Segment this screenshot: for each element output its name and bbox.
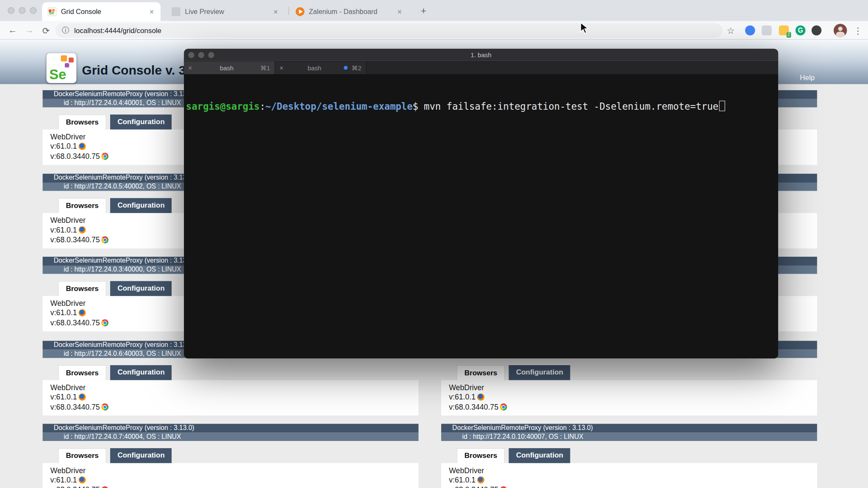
terminal-minimize-button[interactable] [198,52,204,58]
tab-browsers[interactable]: Browsers [457,448,505,463]
chrome-icon [101,403,108,410]
chrome-icon [500,403,507,410]
extension-badge: 2 [786,32,791,38]
browser-tab-zalenium-dashboard[interactable]: Zalenium - Dashboard × [290,2,409,21]
zalenium-favicon-icon [295,7,304,16]
terminal-tab-shortcut: ⌘2 [352,64,362,72]
terminal-close-button[interactable] [188,52,194,58]
reload-icon[interactable]: ⟳ [40,24,52,36]
close-tab-icon[interactable]: × [188,64,192,72]
selenium-logo-text: Se [49,67,66,83]
chrome-version: v:68.0.3440.75 [50,235,100,244]
firefox-icon [477,394,484,401]
webdriver-label: WebDriver [449,383,809,392]
tab-configuration[interactable]: Configuration [110,114,172,129]
typed-command: mvn failsafe:integration-test -Dselenium… [424,101,718,112]
tab-close-icon[interactable]: × [396,8,403,15]
selenium-logo: Se [47,53,77,83]
tab-browsers[interactable]: Browsers [58,448,106,463]
profile-avatar[interactable] [834,24,847,37]
terminal-window-controls [188,52,214,58]
forward-icon[interactable]: → [23,24,36,36]
tab-close-icon[interactable]: × [272,8,279,15]
chrome-version: v:68.0.3440.75 [449,402,498,412]
logo-square-orange [61,55,67,61]
tab-configuration[interactable]: Configuration [110,365,172,380]
firefox-version: v:61.0.1 [50,392,77,402]
address-bar[interactable]: ⓘ localhost:4444/grid/console [56,23,723,38]
browser-menu-icon[interactable]: ⋮ [852,25,863,36]
prompt-dollar: $ [413,101,418,112]
browsers-panel: WebDriver v:61.0.1 v:68.0.3440.75 [43,380,419,416]
tab-close-icon[interactable]: × [148,8,155,15]
tab-browsers[interactable]: Browsers [58,198,106,213]
firefox-version: v:61.0.1 [449,392,476,402]
logo-square-purple [65,63,69,67]
tab-browsers[interactable]: Browsers [58,114,106,129]
proxy-header: DockerSeleniumRemoteProxy (version : 3.1… [43,424,419,432]
browser-tab-grid-console[interactable]: Grid Console × [42,2,161,21]
tab-browsers[interactable]: Browsers [457,365,505,380]
terminal-tab-1[interactable]: × bash ⌘1 [184,61,275,74]
chrome-version: v:68.0.3440.75 [50,151,100,161]
close-tab-icon[interactable]: × [280,64,284,72]
terminal-window: 1. bash × bash ⌘1 × bash ⌘2 sargis@sargi… [184,49,779,358]
browsers-panel: WebDriver v:61.0.1 v:68.0.3440.75 [43,463,419,488]
extension-icon-grammarly[interactable]: G [796,25,806,36]
tab-separator [288,7,289,15]
window-minimize-button[interactable] [19,7,25,14]
mouse-cursor [580,22,589,34]
tab-configuration[interactable]: Configuration [509,365,570,380]
browser-tab-live-preview[interactable]: Live Preview × [166,2,285,21]
tab-browsers[interactable]: Browsers [58,281,106,296]
tab-configuration[interactable]: Configuration [509,448,570,463]
chrome-version: v:68.0.3440.75 [449,485,498,488]
terminal-titlebar[interactable]: 1. bash [184,49,779,61]
tab-title: Zalenium - Dashboard [309,8,396,15]
chrome-icon [500,486,507,488]
window-zoom-button[interactable] [30,7,37,14]
tab-configuration[interactable]: Configuration [110,448,172,463]
chrome-version: v:68.0.3440.75 [50,485,100,488]
back-icon[interactable]: ← [7,24,19,36]
tab-configuration[interactable]: Configuration [110,198,172,213]
window-controls [8,7,36,14]
terminal-tab-shortcut: ⌘1 [260,64,270,72]
proxy-card: DockerSeleniumRemoteProxy (version : 3.1… [43,424,419,488]
window-close-button[interactable] [8,7,14,14]
chrome-version: v:68.0.3440.75 [50,402,100,412]
selenium-favicon-icon [47,7,56,16]
help-link[interactable]: Help [800,74,815,82]
tab-configuration[interactable]: Configuration [110,281,172,296]
terminal-cursor [719,101,725,111]
page-title: Grid Console v. 3. [82,63,189,78]
firefox-version: v:61.0.1 [50,225,77,235]
site-info-icon[interactable]: ⓘ [62,25,69,36]
terminal-tab-2[interactable]: × bash ⌘2 [275,61,367,74]
firefox-version: v:61.0.1 [449,475,476,485]
terminal-zoom-button[interactable] [208,52,214,58]
terminal-tabbar: × bash ⌘1 × bash ⌘2 [184,61,779,74]
firefox-icon [79,143,86,150]
firefox-version: v:61.0.1 [50,475,77,485]
proxy-id: id : http://172.24.0.7:40004, OS : LINUX [43,433,419,441]
terminal-content[interactable]: sargis@sargis:~/Desktop/selenium-example… [184,74,779,358]
chrome-icon [101,486,108,488]
chrome-icon [101,319,108,326]
browser-toolbar: ← → ⟳ ⓘ localhost:4444/grid/console ☆ 2 … [0,21,868,40]
webdriver-label: WebDriver [50,466,411,475]
extension-icon-blue[interactable] [745,25,755,36]
tab-browsers[interactable]: Browsers [58,365,106,380]
terminal-tab-label: bash [195,64,258,71]
webdriver-label: WebDriver [50,383,411,392]
proxy-id: id : http://172.24.0.10:40007, OS : LINU… [441,433,817,441]
new-tab-button[interactable]: + [417,4,430,17]
extension-icon-yellow[interactable]: 2 [779,25,789,36]
terminal-tab-label: bash [287,64,342,71]
firefox-icon [79,394,86,401]
extension-icon-gray[interactable] [762,25,772,36]
extension-icon-dark[interactable] [812,25,822,36]
bookmark-star-icon[interactable]: ☆ [725,25,736,36]
prompt-path: ~/Desktop/selenium-example [265,101,413,112]
url-text: localhost:4444/grid/console [74,26,161,35]
